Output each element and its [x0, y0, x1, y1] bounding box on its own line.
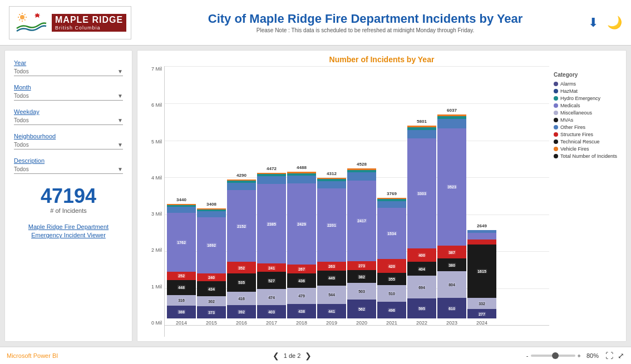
- bar-segment-0: 562: [347, 300, 376, 318]
- bar-segment-0: 438: [287, 304, 316, 318]
- bar-segment-2: 436: [287, 273, 316, 288]
- bar-group: 431244154444926322012019: [317, 171, 346, 326]
- bar-segment-label: 503: [358, 290, 366, 293]
- bar-total-label: 4528: [357, 161, 367, 168]
- bar-segment-4: 1534: [377, 208, 406, 259]
- prev-page-button[interactable]: ❮: [273, 351, 279, 360]
- bar-segment-5: [347, 172, 376, 180]
- zoom-plus[interactable]: +: [578, 352, 581, 359]
- bars-container: 3440388316448252176220143408373302434240…: [164, 66, 549, 337]
- bar-segment-2: 527: [257, 272, 286, 290]
- bar-segment-0: 595: [407, 298, 436, 318]
- legend-label-hydro: Hydro Emergency: [560, 96, 600, 101]
- bar-segment-label: 332: [478, 302, 486, 306]
- bar-segment-5: [437, 119, 466, 128]
- bar-segment-1: 479: [287, 288, 316, 304]
- viewer-link[interactable]: Maple Ridge Fire Department Emergency In…: [28, 223, 109, 238]
- bar-segment-0: 392: [227, 305, 256, 318]
- description-filter-label: Description: [14, 157, 123, 164]
- zoom-level: 80%: [586, 352, 599, 359]
- legend-dot-hazmat: [554, 89, 558, 93]
- expand-icon[interactable]: ⤢: [618, 351, 624, 360]
- bar-x-label: 2020: [356, 320, 367, 326]
- bar-segment-label: 2201: [327, 223, 337, 227]
- bar-segment-label: 527: [268, 278, 275, 282]
- logo-title: MAPLE RIDGE: [55, 15, 123, 25]
- bar-group: 429039241653535221522016: [227, 172, 256, 326]
- svg-line-9: [19, 19, 21, 21]
- legend-label-misc: Miscellaneous: [560, 110, 592, 116]
- y-label-0m: 0 Mil: [151, 320, 162, 326]
- bar-segment-5: [407, 130, 436, 139]
- bar-segment-4: 1692: [197, 217, 226, 274]
- bar-segment-0: 373: [197, 306, 226, 318]
- legend-label-mvas: MVAs: [560, 117, 573, 123]
- month-chevron-icon: ▼: [117, 93, 123, 99]
- bar-segment-label: 1534: [387, 232, 397, 236]
- next-page-button[interactable]: ❯: [305, 351, 312, 360]
- legend-label-medicals: Medicals: [560, 103, 580, 108]
- fullscreen-icon[interactable]: ⛶: [605, 351, 613, 360]
- neighbourhood-filter-select[interactable]: Todos ▼: [14, 141, 123, 149]
- bar-total-label: 4290: [236, 172, 247, 179]
- bar-total-label: 2649: [477, 223, 487, 230]
- footer-right: - + 80% ⛶ ⤢: [526, 351, 624, 360]
- y-label-2m: 2 Mil: [151, 247, 162, 253]
- bar-segment-3: 273: [347, 261, 376, 270]
- bar-segment-3: 267: [287, 265, 316, 273]
- bar-group: 580159569440440033032022: [407, 118, 436, 326]
- bar-segment-label: 510: [388, 291, 396, 295]
- bar-segment-label: 277: [478, 312, 486, 316]
- bar-segment-5: [467, 230, 496, 233]
- dark-mode-icon[interactable]: 🌙: [607, 16, 622, 30]
- bar-x-label: 2022: [416, 320, 427, 326]
- bar-segment-1: 474: [257, 289, 286, 305]
- legend-item-technical-rescue: Technical Rescue: [554, 139, 622, 144]
- page-info: 1 de 2: [284, 352, 301, 359]
- bar-total-label: 4488: [297, 164, 307, 171]
- legend-label-structure-fires: Structure Fires: [560, 132, 593, 137]
- bar-total-label: 6037: [447, 107, 457, 114]
- month-filter-select[interactable]: Todos ▼: [14, 92, 123, 101]
- download-icon[interactable]: ⬇: [588, 16, 598, 30]
- year-filter-select[interactable]: Todos ▼: [14, 67, 123, 76]
- neighbourhood-filter-label: Neighbourhood: [14, 133, 123, 139]
- y-label-3m: 3 Mil: [151, 211, 162, 217]
- bar-segment-7: [197, 208, 226, 210]
- legend-item-medicals: Medicals: [554, 103, 622, 108]
- legend-label-other-fires: Other Fires: [560, 124, 585, 130]
- bar-segment-label: 2385: [267, 222, 277, 226]
- weekday-chevron-icon: ▼: [117, 117, 123, 123]
- y-label-6m: 6 Mil: [151, 102, 162, 108]
- description-filter-select[interactable]: Todos ▼: [14, 165, 123, 174]
- bar-group: 340837330243424016922015: [197, 201, 226, 326]
- bar-total-label: 4472: [267, 166, 277, 172]
- bar-segment-7: [167, 204, 196, 205]
- bar-segment-3: 263: [317, 262, 346, 271]
- legend-title: Category: [554, 72, 622, 78]
- weekday-filter-select[interactable]: Todos ▼: [14, 116, 123, 125]
- bar-segment-label: 479: [298, 294, 305, 298]
- bar-segment-label: 3303: [417, 192, 427, 196]
- zoom-slider[interactable]: [531, 355, 575, 357]
- bar-group: 603761080438038735232023: [437, 107, 466, 326]
- bar-x-label: 2024: [476, 320, 487, 326]
- bar-segment-label: 1692: [206, 243, 216, 247]
- bar-segment-4: 2201: [317, 188, 346, 262]
- power-bi-link[interactable]: Microsoft Power BI: [7, 352, 58, 359]
- legend-dot-misc: [554, 111, 558, 115]
- bar-group: 448843847943626724292018: [287, 164, 316, 326]
- legend-dot-vehicle: [554, 147, 558, 151]
- description-chevron-icon: ▼: [117, 166, 123, 172]
- bar-segment-7: [407, 126, 436, 127]
- bar-segment-label: 404: [418, 267, 426, 271]
- bar-segment-2: 535: [227, 273, 256, 291]
- bar-segment-6: [197, 210, 226, 211]
- bar-segment-label: 3523: [447, 185, 457, 189]
- bar-segment-4: 2152: [227, 190, 256, 262]
- bar-segment-4: 2417: [347, 181, 376, 261]
- bar-segment-1: 316: [167, 295, 196, 306]
- bar-segment-6: [437, 116, 466, 119]
- zoom-minus[interactable]: -: [526, 352, 529, 359]
- bar-segment-label: 2429: [297, 222, 307, 226]
